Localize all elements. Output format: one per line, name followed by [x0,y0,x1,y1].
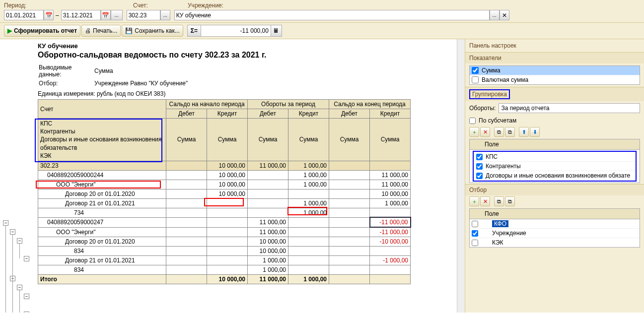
tree-gutter: − − − − − − − − [0,39,35,313]
copy-button[interactable]: ⧉ [494,127,504,137]
org-label: Учреждение: [188,2,640,9]
filter-row[interactable]: Учреждение [470,229,640,238]
table-row[interactable]: ООО "Энерги"10 000,001 000,0011 000,00 [38,180,411,189]
table-row[interactable]: Договор 21 от 01.01.20211 000,001 000,00 [38,198,411,208]
filter-row[interactable]: КФО [470,219,640,229]
save-as-button[interactable]: 💾Сохранить как... [122,25,183,37]
filter-table: Поле КФО Учреждение КЭК [469,208,640,248]
indicators-header: Показатели [465,53,644,63]
tree-toggle[interactable]: − [17,238,22,244]
printer-icon: 🖨 [85,27,91,34]
table-row[interactable]: 7341 000,00 [38,208,411,217]
org-input[interactable] [174,10,490,20]
delete-button[interactable]: ✕ [480,127,490,137]
period-label: Период: [4,2,133,9]
settings-panel: Панель настроек Показатели Сумма Валютна… [465,39,644,313]
date-from-picker[interactable]: 📅 [44,10,54,20]
sigma-calc-button[interactable]: 🖩 [271,25,282,36]
form-report-button[interactable]: ▶Сформировать отчет [4,25,80,37]
filter-row[interactable]: КЭК [470,238,640,247]
account-input[interactable] [127,10,160,20]
indicators-list: Сумма Валютная сумма [469,65,640,85]
settings-title: Панель настроек [465,39,644,52]
tree-toggle[interactable]: − [3,220,8,226]
org-select-button[interactable]: ... [490,10,500,20]
report-title: Оборотно-сальдовая ведомость по счету 30… [38,51,457,60]
turnover-input[interactable] [499,103,640,113]
add-button[interactable]: ＋ [469,127,479,137]
by-subaccounts-checkbox[interactable] [469,118,476,124]
report-org: КУ обучение [38,42,457,50]
table-row[interactable]: 0408892005900024711 000,00-11 000,00 [38,217,411,227]
report-area: − − − − − − − − КУ обучение Оборотно-сал… [0,39,457,313]
report-unit: Единица измерения: рубль (код по ОКЕИ 38… [38,90,457,97]
table-row[interactable]: Договор 21 от 01.01.20211 000,00-1 000,0… [38,256,411,265]
toolbar: ▶Сформировать отчет 🖨Печать... 💾Сохранит… [0,23,644,39]
table-row[interactable]: ООО "Энерги"11 000,00-11 000,00 [38,227,411,237]
indicator-checkbox[interactable] [472,76,479,83]
date-from-input[interactable] [4,10,44,20]
filter-add-button[interactable]: ＋ [469,196,479,206]
tree-toggle[interactable]: − [10,229,15,235]
report-meta: Выводимые данные:Сумма Отбор:Учреждение … [38,63,189,88]
filter-delete-button[interactable]: ✕ [480,196,490,206]
move-up-button[interactable]: ⬆ [519,127,529,137]
tree-toggle[interactable]: − [24,256,29,261]
tree-toggle[interactable]: − [24,312,29,313]
report-table: Счет Сальдо на начало периода Обороты за… [38,99,411,284]
table-row[interactable]: 8341 000,00 [38,265,411,275]
scrollbar-vertical[interactable] [457,39,465,313]
grouping-row[interactable]: КПС [474,152,635,162]
grouping-header: Группировка [465,87,644,101]
copy2-button[interactable]: ⧉ [505,127,515,137]
tree-toggle[interactable]: − [24,294,29,299]
grouping-table: Поле КПС Контрагенты Договоры и иные осн… [469,139,640,183]
account-select-button[interactable]: ... [160,10,170,20]
filter-header: Отбор [465,185,644,195]
table-row[interactable]: 302.2310 000,0011 000,001 000,00 [38,161,411,170]
date-to-picker[interactable]: 📅 [101,10,111,20]
date-to-input[interactable] [61,10,101,20]
sigma-display: Σ= -11 000,00 🖩 [187,25,282,37]
table-row[interactable]: Договор 20 от 01.01.202010 000,00-10 000… [38,237,411,247]
filter-copy2-button[interactable]: ⧉ [505,196,515,206]
indicator-row[interactable]: Валютная сумма [470,75,640,84]
period-ellipsis-button[interactable]: ... [111,10,123,20]
filter-copy-button[interactable]: ⧉ [494,196,504,206]
move-down-button[interactable]: ⬇ [530,127,540,137]
account-label: Счет: [133,2,188,9]
tree-toggle[interactable]: − [17,285,22,290]
table-row[interactable]: 0408892005900024410 000,001 000,0011 000… [38,170,411,180]
grouping-row[interactable]: Договоры и иные основания возникновения … [474,171,635,180]
sigma-value: -11 000,00 [201,27,271,34]
table-row[interactable]: 83410 000,00 [38,247,411,256]
save-icon: 💾 [125,27,133,34]
org-clear-button[interactable]: ✕ [500,10,509,20]
table-row[interactable]: Договор 20 от 01.01.202010 000,0010 000,… [38,189,411,198]
filter-bar: Период: Счет: Учреждение: 📅 – 📅 ... ... … [0,0,644,23]
print-button[interactable]: 🖨Печать... [81,25,121,37]
indicator-row[interactable]: Сумма [470,66,640,75]
indicator-checkbox[interactable] [472,67,479,74]
grouping-row[interactable]: Контрагенты [474,162,635,171]
